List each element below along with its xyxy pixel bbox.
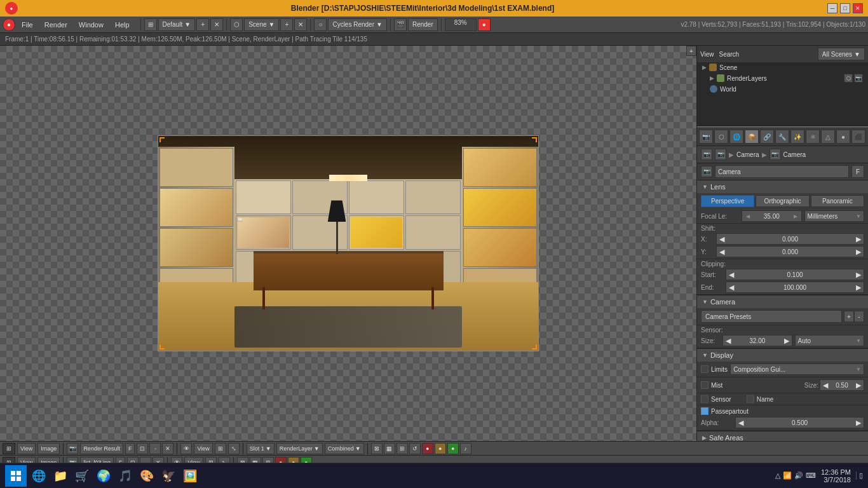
view-btn-1[interactable]: View (17, 443, 36, 454)
focal-length-input[interactable]: ◀ 35.00 ▶ (742, 210, 802, 222)
renderlayers-icon-btn[interactable]: ⬡ (844, 74, 853, 83)
viewport-add-button[interactable]: + (686, 46, 696, 56)
display-header[interactable]: ▼ Display (697, 349, 868, 362)
composition-gui-dropdown[interactable]: Composition Gui... ▼ (730, 363, 864, 375)
show-desktop-btn[interactable]: ▯ (856, 471, 863, 480)
mist-checkbox[interactable] (701, 381, 709, 389)
viewport-icon-1[interactable]: ⊞ (3, 443, 15, 454)
zoom-out-icon[interactable]: - (149, 443, 161, 454)
fit-icon-1[interactable]: ⊞ (215, 443, 226, 454)
camera-presets-btn[interactable]: Camera Presets (701, 310, 842, 323)
maximize-button[interactable]: □ (840, 3, 850, 13)
orthographic-tab[interactable]: Orthographic (756, 195, 809, 207)
world-props-icon[interactable]: 🌐 (729, 130, 743, 144)
volume-icon[interactable]: 🔊 (794, 471, 803, 480)
safe-areas-header[interactable]: ▶ Safe Areas (697, 431, 868, 441)
display-icon[interactable]: ⊠ (371, 443, 383, 454)
render-result-dropdown[interactable]: Render Result (80, 443, 123, 454)
scene-add[interactable]: + (280, 18, 293, 31)
renderer-icon[interactable]: ○ (314, 18, 327, 31)
presets-minus[interactable]: - (854, 311, 864, 322)
render-props-icon[interactable]: 📷 (699, 130, 713, 144)
render-icon[interactable]: 🎬 (394, 18, 407, 31)
sensor-type-dropdown[interactable]: Auto ▼ (795, 335, 865, 346)
particles-icon[interactable]: ✨ (790, 130, 804, 144)
data-icon[interactable]: △ (821, 130, 835, 144)
alpha-input[interactable]: ◀ 0.500 ▶ (735, 417, 864, 428)
histogram-icon[interactable]: ▦ (384, 443, 395, 454)
breadcrumb-camera-icon[interactable]: 📷 (770, 149, 781, 160)
material-icon[interactable]: ● (836, 130, 850, 144)
close-button[interactable]: ✕ (853, 3, 863, 13)
render-button[interactable]: Render (408, 18, 438, 31)
presets-plus[interactable]: + (844, 311, 854, 322)
view-dropdown-1[interactable]: View (194, 443, 212, 454)
sensor-size-input[interactable]: ◀ 32.00 ▶ (722, 335, 792, 346)
render-info-icon[interactable]: ⊞ (397, 443, 408, 454)
minimize-button[interactable]: ─ (827, 3, 837, 13)
texture-icon[interactable]: ⬛ (851, 130, 865, 144)
camera-data-icon[interactable]: 📷 (715, 149, 726, 160)
camera-f-button[interactable]: F (851, 165, 864, 178)
limits-checkbox[interactable] (701, 365, 709, 373)
outliner-renderlayers[interactable]: ▶ RenderLayers ⬡ 📷 (705, 72, 868, 84)
outliner-view-btn[interactable]: View (700, 51, 714, 58)
workspace-icon[interactable]: ⊞ (144, 18, 157, 31)
workspace-close[interactable]: ✕ (210, 18, 223, 31)
zoom-fit-icon[interactable]: ⊡ (137, 443, 148, 454)
help-menu[interactable]: Help (110, 20, 135, 30)
combined-dropdown[interactable]: Combined ▼ (325, 443, 364, 454)
renderer-dropdown[interactable]: Cycles Render ▼ (328, 18, 387, 31)
window-menu[interactable]: Window (74, 20, 109, 30)
camera-name-icon[interactable]: 📷 (701, 166, 712, 177)
chrome-icon[interactable]: 🌍 (94, 466, 113, 485)
view-icon-1[interactable]: 👁 (180, 443, 192, 454)
blender-menu-icon[interactable]: ● (3, 18, 15, 31)
pause-icon[interactable]: ● (435, 443, 446, 454)
f-key-1[interactable]: F (125, 443, 135, 454)
workspace-dropdown[interactable]: Default ▼ (158, 18, 196, 31)
lens-header[interactable]: ▼ Lens (697, 180, 868, 193)
camera-name-input[interactable]: Camera (715, 165, 849, 178)
outliner-scene[interactable]: ▶ Scene (697, 62, 868, 72)
render-menu[interactable]: Render (39, 20, 72, 30)
spotify-icon[interactable]: 🎵 (116, 466, 135, 485)
reset-icon[interactable]: ↺ (409, 443, 421, 454)
shift-x-input[interactable]: ◀ 0.000 ▶ (716, 233, 864, 245)
outliner[interactable]: ▶ Scene ▶ RenderLayers ⬡ 📷 World (697, 62, 868, 126)
clipping-end-input[interactable]: ◀ 100.000 ▶ (726, 281, 864, 293)
camera-object-icon[interactable]: 📷 (701, 149, 712, 160)
object-props-icon[interactable]: 📦 (745, 130, 759, 144)
render-percentage[interactable]: 83% (445, 18, 477, 31)
renderlayer-dropdown[interactable]: RenderLayer ▼ (276, 443, 323, 454)
name-checkbox[interactable] (747, 395, 754, 403)
scenes-dropdown[interactable]: All Scenes ▼ (818, 48, 865, 60)
shift-y-input[interactable]: ◀ 0.000 ▶ (716, 246, 864, 257)
viewport[interactable]: 📖 (0, 46, 696, 441)
constraints-icon[interactable]: 🔗 (760, 130, 774, 144)
audio-icon[interactable]: ♪ (460, 443, 471, 454)
blender-taskbar-icon[interactable]: 🦅 (159, 466, 178, 485)
render-result-icon[interactable]: 📷 (67, 443, 78, 454)
store-icon[interactable]: 🛒 (72, 466, 92, 485)
explorer-icon[interactable]: 📁 (51, 466, 70, 485)
camera-section-header[interactable]: ▼ Camera (697, 295, 868, 308)
clipping-start-input[interactable]: ◀ 0.100 ▶ (726, 269, 864, 280)
slot-dropdown[interactable]: Slot 1 ▼ (247, 443, 275, 454)
modifiers-icon[interactable]: 🔧 (775, 130, 789, 144)
transform-icon-1[interactable]: ⤡ (228, 443, 240, 454)
scene-icon[interactable]: ⬡ (230, 18, 243, 31)
outliner-world[interactable]: World (705, 84, 868, 94)
perspective-tab[interactable]: Perspective (701, 195, 754, 207)
scene-dropdown[interactable]: Scene ▼ (244, 18, 279, 31)
passepartout-checkbox[interactable] (701, 407, 709, 415)
physics-icon[interactable]: ⚛ (806, 130, 820, 144)
ie-icon[interactable]: 🌐 (29, 466, 48, 485)
play-icon[interactable]: ● (447, 443, 459, 454)
tray-up-arrow[interactable]: △ (775, 471, 780, 480)
image-btn-1[interactable]: Image (37, 443, 60, 454)
clock-area[interactable]: 12:36 PM 3/7/2018 (821, 468, 851, 484)
file-menu[interactable]: File (17, 20, 38, 30)
outliner-search-btn[interactable]: Search (719, 51, 740, 58)
photos-icon[interactable]: 🖼️ (180, 466, 200, 485)
